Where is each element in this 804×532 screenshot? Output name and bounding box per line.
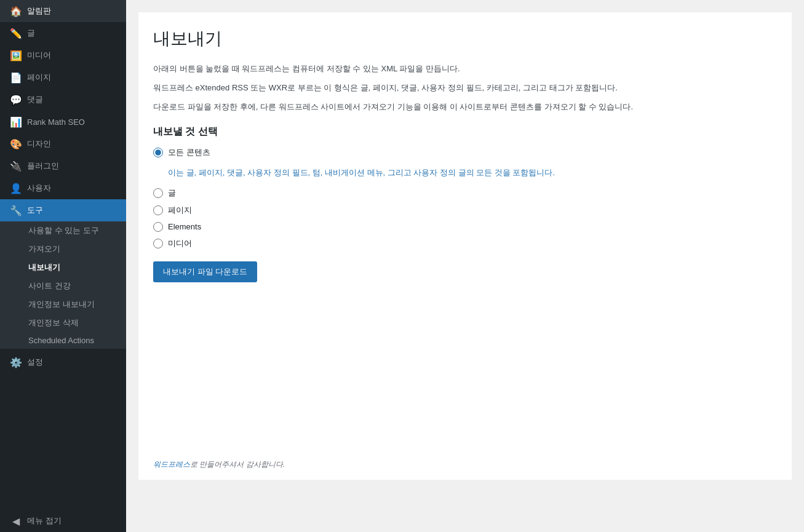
- radio-all-content[interactable]: 모든 콘텐츠: [153, 147, 777, 158]
- posts-icon: ✏️: [10, 27, 22, 39]
- comments-icon: 💬: [10, 93, 22, 106]
- sidebar-item-label: 사용자: [27, 183, 51, 194]
- pages-icon: 📄: [10, 71, 22, 84]
- sidebar-item-dashboard[interactable]: 🏠 알림판: [0, 0, 126, 22]
- sidebar-item-label: 메뉴 접기: [27, 515, 62, 526]
- sidebar-item-design[interactable]: 🎨 디자인: [0, 133, 126, 155]
- radio-elements-label: Elements: [168, 222, 201, 231]
- collapse-icon: ◀: [10, 515, 22, 527]
- sidebar-item-label: 댓글: [27, 94, 43, 105]
- sidebar-item-users[interactable]: 👤 사용자: [0, 177, 126, 199]
- sidebar-subitem-available-tools[interactable]: 사용할 수 있는 도구: [0, 221, 126, 240]
- desc3: 다운로드 파일을 저장한 후에, 다른 워드프레스 사이트에서 가져오기 기능을…: [153, 101, 777, 114]
- radio-all-label: 모든 콘텐츠: [168, 147, 210, 158]
- export-radio-group: 모든 콘텐츠 이는 글, 페이지, 댓글, 사용자 정의 필드, 텀, 내비게이…: [153, 147, 777, 249]
- radio-elements[interactable]: Elements: [153, 222, 777, 232]
- tools-submenu: 사용할 수 있는 도구 가져오기 내보내기 사이트 건강 개인정보 내보내기 개…: [0, 221, 126, 349]
- rankmath-icon: 📊: [10, 116, 22, 128]
- radio-media-input[interactable]: [153, 239, 163, 248]
- sidebar-item-label: 도구: [27, 205, 43, 216]
- sidebar-subitem-export[interactable]: 내보내기: [0, 258, 126, 277]
- sidebar-subitem-scheduled-actions[interactable]: Scheduled Actions: [0, 332, 126, 349]
- sidebar-item-label: 글: [27, 28, 35, 39]
- sidebar-item-label: 미디어: [27, 50, 51, 61]
- radio-media[interactable]: 미디어: [153, 238, 777, 249]
- desc1: 아래의 버튼을 눌렀을 때 워드프레스는 컴퓨터에 저장할 수 있는 XML 파…: [153, 63, 777, 76]
- radio-posts-label: 글: [168, 188, 176, 199]
- sidebar-item-tools[interactable]: 🔧 도구: [0, 199, 126, 221]
- sidebar-item-settings[interactable]: ⚙️ 설정: [0, 351, 126, 373]
- page-title: 내보내기: [153, 27, 777, 50]
- desc2: 워드프레스 eXtended RSS 또는 WXR로 부르는 이 형식은 글, …: [153, 82, 777, 95]
- sidebar-item-pages[interactable]: 📄 페이지: [0, 66, 126, 89]
- plugins-icon: 🔌: [10, 160, 22, 172]
- sidebar-item-plugins[interactable]: 🔌 플러그인: [0, 155, 126, 177]
- download-button[interactable]: 내보내기 파일 다운로드: [153, 261, 257, 282]
- sidebar-subitem-privacy-delete[interactable]: 개인정보 삭제: [0, 314, 126, 332]
- radio-pages-input[interactable]: [153, 205, 163, 215]
- radio-media-label: 미디어: [168, 238, 192, 249]
- sidebar-item-comments[interactable]: 💬 댓글: [0, 89, 126, 111]
- sidebar-item-rankmath[interactable]: 📊 Rank Math SEO: [0, 111, 126, 133]
- sidebar-item-label: Rank Math SEO: [27, 117, 85, 127]
- sidebar-item-label: 페이지: [27, 72, 51, 83]
- radio-pages-label: 페이지: [168, 205, 192, 216]
- sidebar-item-label: 설정: [27, 357, 43, 368]
- design-icon: 🎨: [10, 138, 22, 150]
- radio-posts-input[interactable]: [153, 188, 163, 198]
- main-content: 내보내기 아래의 버튼을 눌렀을 때 워드프레스는 컴퓨터에 저장할 수 있는 …: [126, 0, 804, 532]
- radio-all-input[interactable]: [153, 148, 163, 157]
- sidebar-item-posts[interactable]: ✏️ 글: [0, 22, 126, 44]
- users-icon: 👤: [10, 182, 22, 194]
- footer-link[interactable]: 워드프레스: [153, 460, 190, 469]
- sidebar: 🏠 알림판 ✏️ 글 🖼️ 미디어 📄 페이지 💬 댓글 📊 Rank Math…: [0, 0, 126, 532]
- dashboard-icon: 🏠: [10, 5, 22, 17]
- sidebar-item-label: 알림판: [27, 6, 51, 17]
- sidebar-item-collapse[interactable]: ◀ 메뉴 접기: [0, 510, 126, 532]
- footer-text: 워드프레스로 만들어주셔서 감사합니다.: [153, 459, 285, 470]
- footer-suffix: 로 만들어주셔서 감사합니다.: [190, 460, 285, 469]
- radio-elements-input[interactable]: [153, 222, 163, 232]
- radio-pages[interactable]: 페이지: [153, 205, 777, 216]
- content-area: 내보내기 아래의 버튼을 눌렀을 때 워드프레스는 컴퓨터에 저장할 수 있는 …: [138, 12, 792, 480]
- section-title: 내보낼 것 선택: [153, 125, 777, 138]
- media-icon: 🖼️: [10, 49, 22, 62]
- settings-icon: ⚙️: [10, 356, 22, 368]
- sidebar-item-label: 플러그인: [27, 161, 59, 172]
- sidebar-subitem-site-health[interactable]: 사이트 건강: [0, 277, 126, 295]
- tools-icon: 🔧: [10, 204, 22, 216]
- radio-all-hint: 이는 글, 페이지, 댓글, 사용자 정의 필드, 텀, 내비게이션 메뉴, 그…: [168, 167, 777, 179]
- radio-posts[interactable]: 글: [153, 188, 777, 199]
- sidebar-item-label: 디자인: [27, 138, 51, 149]
- sidebar-item-media[interactable]: 🖼️ 미디어: [0, 44, 126, 66]
- sidebar-subitem-privacy-export[interactable]: 개인정보 내보내기: [0, 295, 126, 314]
- sidebar-subitem-import[interactable]: 가져오기: [0, 240, 126, 258]
